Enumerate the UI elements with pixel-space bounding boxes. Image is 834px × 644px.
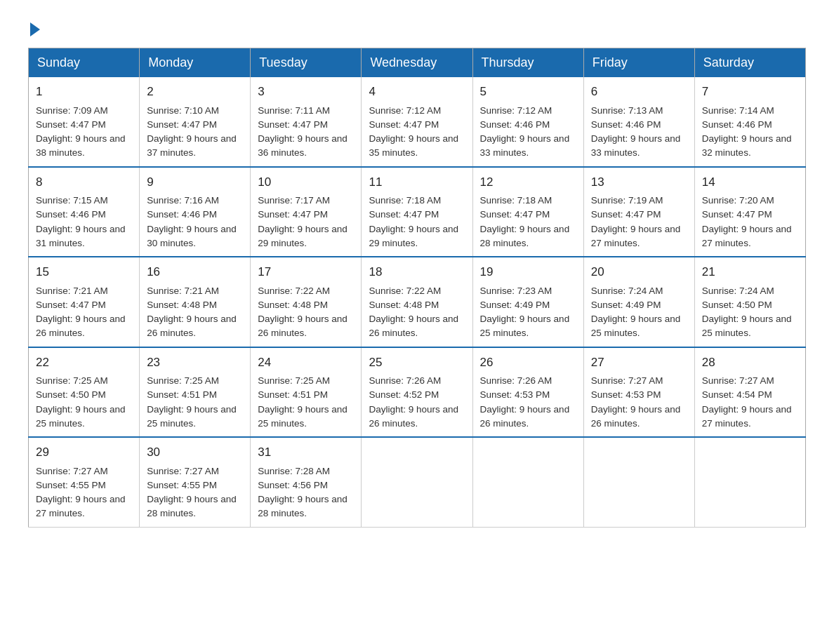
day-header-saturday: Saturday	[694, 48, 805, 78]
day-sunset: Sunset: 4:53 PM	[480, 389, 550, 400]
day-sunrise: Sunrise: 7:24 AM	[591, 286, 663, 296]
day-daylight: Daylight: 9 hours and 31 minutes.	[36, 224, 126, 248]
calendar-day-cell: 8Sunrise: 7:15 AMSunset: 4:46 PMDaylight…	[29, 167, 140, 257]
calendar-day-cell: 6Sunrise: 7:13 AMSunset: 4:46 PMDaylight…	[583, 77, 694, 167]
day-sunset: Sunset: 4:46 PM	[147, 209, 217, 220]
calendar-day-cell: 20Sunrise: 7:24 AMSunset: 4:49 PMDayligh…	[583, 257, 694, 347]
day-sunrise: Sunrise: 7:12 AM	[480, 105, 552, 116]
day-daylight: Daylight: 9 hours and 32 minutes.	[702, 133, 792, 158]
calendar-day-cell: 10Sunrise: 7:17 AMSunset: 4:47 PMDayligh…	[251, 167, 362, 257]
day-sunrise: Sunrise: 7:22 AM	[258, 286, 330, 296]
day-number: 19	[480, 263, 576, 281]
day-sunset: Sunset: 4:54 PM	[702, 389, 772, 400]
calendar-day-cell: 29Sunrise: 7:27 AMSunset: 4:55 PMDayligh…	[29, 437, 140, 527]
day-sunset: Sunset: 4:49 PM	[591, 300, 661, 310]
day-number: 31	[258, 443, 354, 462]
day-sunset: Sunset: 4:47 PM	[369, 209, 439, 220]
day-number: 20	[591, 263, 687, 281]
day-sunset: Sunset: 4:48 PM	[258, 300, 328, 310]
day-number: 7	[702, 83, 798, 101]
calendar-day-cell: 5Sunrise: 7:12 AMSunset: 4:46 PMDaylight…	[472, 77, 583, 167]
day-daylight: Daylight: 9 hours and 25 minutes.	[258, 404, 348, 429]
day-sunset: Sunset: 4:50 PM	[702, 300, 772, 310]
day-daylight: Daylight: 9 hours and 25 minutes.	[147, 404, 237, 429]
day-sunset: Sunset: 4:47 PM	[258, 119, 328, 130]
day-daylight: Daylight: 9 hours and 25 minutes.	[36, 404, 126, 429]
calendar-day-cell: 24Sunrise: 7:25 AMSunset: 4:51 PMDayligh…	[251, 347, 362, 438]
calendar-day-cell: 1Sunrise: 7:09 AMSunset: 4:47 PMDaylight…	[29, 77, 140, 167]
calendar-week-row: 22Sunrise: 7:25 AMSunset: 4:50 PMDayligh…	[29, 347, 806, 438]
day-sunrise: Sunrise: 7:27 AM	[702, 375, 774, 386]
calendar-day-cell: 13Sunrise: 7:19 AMSunset: 4:47 PMDayligh…	[583, 167, 694, 257]
day-number: 28	[702, 354, 798, 372]
day-sunset: Sunset: 4:55 PM	[36, 480, 106, 490]
day-number: 26	[480, 354, 576, 372]
day-sunset: Sunset: 4:47 PM	[147, 119, 217, 130]
day-number: 14	[702, 173, 798, 192]
day-daylight: Daylight: 9 hours and 27 minutes.	[591, 224, 681, 248]
day-sunset: Sunset: 4:47 PM	[480, 209, 550, 220]
day-daylight: Daylight: 9 hours and 28 minutes.	[258, 494, 348, 518]
day-number: 29	[36, 443, 132, 462]
logo-top	[28, 21, 40, 36]
day-number: 18	[369, 263, 465, 281]
calendar-day-cell: 4Sunrise: 7:12 AMSunset: 4:47 PMDaylight…	[362, 77, 472, 167]
day-daylight: Daylight: 9 hours and 26 minutes.	[369, 314, 458, 338]
day-header-tuesday: Tuesday	[251, 48, 362, 78]
day-number: 16	[147, 263, 243, 281]
day-sunrise: Sunrise: 7:27 AM	[147, 466, 219, 476]
calendar-table: SundayMondayTuesdayWednesdayThursdayFrid…	[28, 48, 806, 528]
day-daylight: Daylight: 9 hours and 25 minutes.	[702, 314, 792, 338]
day-number: 15	[36, 263, 132, 281]
calendar-day-cell: 9Sunrise: 7:16 AMSunset: 4:46 PMDaylight…	[140, 167, 251, 257]
day-sunrise: Sunrise: 7:13 AM	[591, 105, 663, 116]
day-daylight: Daylight: 9 hours and 26 minutes.	[591, 404, 681, 429]
calendar-day-cell: 17Sunrise: 7:22 AMSunset: 4:48 PMDayligh…	[251, 257, 362, 347]
day-sunset: Sunset: 4:46 PM	[480, 119, 550, 130]
day-number: 10	[258, 173, 354, 192]
day-number: 24	[258, 354, 354, 372]
day-sunrise: Sunrise: 7:23 AM	[480, 286, 552, 296]
day-number: 1	[36, 83, 132, 101]
day-header-friday: Friday	[583, 48, 694, 78]
day-daylight: Daylight: 9 hours and 25 minutes.	[480, 314, 570, 338]
calendar-day-cell	[583, 437, 694, 527]
day-daylight: Daylight: 9 hours and 33 minutes.	[591, 133, 681, 158]
day-sunrise: Sunrise: 7:26 AM	[480, 375, 552, 386]
calendar-day-cell: 16Sunrise: 7:21 AMSunset: 4:48 PMDayligh…	[140, 257, 251, 347]
day-number: 3	[258, 83, 354, 101]
calendar-day-cell: 11Sunrise: 7:18 AMSunset: 4:47 PMDayligh…	[362, 167, 472, 257]
day-sunrise: Sunrise: 7:21 AM	[36, 286, 108, 296]
day-daylight: Daylight: 9 hours and 26 minutes.	[369, 404, 458, 429]
day-number: 23	[147, 354, 243, 372]
calendar-day-cell	[694, 437, 805, 527]
logo-arrow-icon	[30, 22, 40, 36]
day-header-thursday: Thursday	[472, 48, 583, 78]
day-number: 13	[591, 173, 687, 192]
calendar-day-cell	[472, 437, 583, 527]
day-number: 2	[147, 83, 243, 101]
day-number: 6	[591, 83, 687, 101]
day-daylight: Daylight: 9 hours and 26 minutes.	[258, 314, 348, 338]
day-sunrise: Sunrise: 7:28 AM	[258, 466, 330, 476]
day-sunset: Sunset: 4:51 PM	[258, 389, 328, 400]
day-sunrise: Sunrise: 7:25 AM	[258, 375, 330, 386]
day-sunset: Sunset: 4:48 PM	[369, 300, 439, 310]
day-daylight: Daylight: 9 hours and 26 minutes.	[36, 314, 126, 338]
day-sunset: Sunset: 4:56 PM	[258, 480, 328, 490]
calendar-day-cell: 25Sunrise: 7:26 AMSunset: 4:52 PMDayligh…	[362, 347, 472, 438]
day-number: 5	[480, 83, 576, 101]
day-daylight: Daylight: 9 hours and 29 minutes.	[369, 224, 458, 248]
day-number: 12	[480, 173, 576, 192]
day-daylight: Daylight: 9 hours and 27 minutes.	[702, 404, 792, 429]
day-sunset: Sunset: 4:50 PM	[36, 389, 106, 400]
calendar-day-cell: 12Sunrise: 7:18 AMSunset: 4:47 PMDayligh…	[472, 167, 583, 257]
day-daylight: Daylight: 9 hours and 29 minutes.	[258, 224, 348, 248]
day-daylight: Daylight: 9 hours and 26 minutes.	[147, 314, 237, 338]
day-sunset: Sunset: 4:52 PM	[369, 389, 439, 400]
day-number: 9	[147, 173, 243, 192]
calendar-day-cell: 2Sunrise: 7:10 AMSunset: 4:47 PMDaylight…	[140, 77, 251, 167]
day-sunrise: Sunrise: 7:24 AM	[702, 286, 774, 296]
day-sunrise: Sunrise: 7:18 AM	[480, 195, 552, 206]
calendar-day-cell: 18Sunrise: 7:22 AMSunset: 4:48 PMDayligh…	[362, 257, 472, 347]
